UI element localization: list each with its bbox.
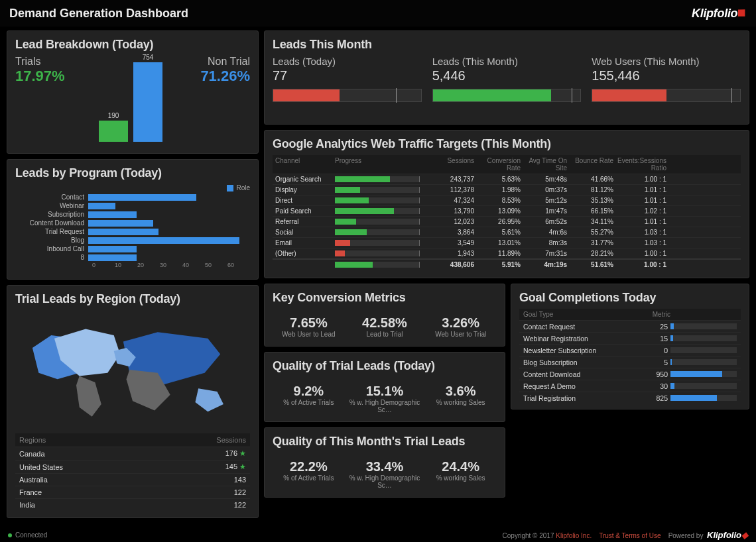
- footer-logo: Klipfolio◆: [707, 530, 748, 540]
- metric-item: 7.65%Web User to Lead: [273, 315, 345, 338]
- goal-row: Webinar Registration15: [519, 332, 741, 344]
- star-icon: ★: [239, 462, 246, 470]
- region-head: Regions: [19, 436, 46, 444]
- goal-row: Blog Subscription5: [519, 356, 741, 368]
- ga-row: Direct 47,3248.53%5m:12s35.13%1.01 : 1: [273, 195, 741, 205]
- progress-bar: [273, 89, 422, 102]
- metric-item: 33.4%% w. High Demographic Sc…: [349, 459, 421, 489]
- metric-item: 22.2%% of Active Trials: [273, 459, 345, 489]
- region-row[interactable]: Canada176★: [15, 447, 250, 460]
- lbp-row: Subscription: [15, 210, 250, 219]
- metric-item: 15.1%% w. High Demographic Sc…: [349, 384, 421, 413]
- connection-status: Connected: [8, 531, 47, 539]
- ltm-item: Leads (Today)77: [273, 56, 422, 102]
- panel-goal-completions: Goal Completions Today Goal TypeMetric C…: [511, 284, 749, 409]
- region-row[interactable]: France122: [15, 486, 250, 498]
- goal-row: Trial Registration825: [519, 392, 741, 404]
- panel-title: Leads by Program (Today): [15, 166, 250, 180]
- sessions-head: Sessions: [216, 436, 246, 444]
- star-icon: ★: [239, 449, 246, 457]
- panel-trial-region: Trial Leads by Region (Today) Regions: [7, 285, 259, 518]
- panel-quality-today: Quality of Trial Leads (Today) 9.2%% of …: [264, 352, 505, 422]
- region-row[interactable]: United States145★: [15, 460, 250, 473]
- metric-item: 42.58%Lead to Trial: [349, 315, 421, 338]
- panel-title: Quality of Trial Leads (Today): [273, 359, 497, 373]
- terms-link[interactable]: Trust & Terms of Use: [599, 532, 661, 539]
- nontrial-label: Non Trial: [184, 56, 250, 68]
- ga-row: (Other) 1,94311.89%7m:31s28.21%1.00 : 1: [273, 248, 741, 258]
- lead-breakdown-chart: 190 754: [96, 56, 169, 142]
- panel-ga-targets: Google Analytics Web Traffic Targets (Th…: [264, 130, 749, 278]
- goal-row: Request A Demo30: [519, 380, 741, 392]
- ltm-item: Web Users (This Month)155,446: [592, 56, 741, 102]
- metric-item: 9.2%% of Active Trials: [273, 384, 345, 413]
- panel-title: Quality of This Month's Trial Leads: [273, 435, 497, 449]
- ga-row: Email 3,54913.01%8m:3s31.77%1.03 : 1: [273, 237, 741, 248]
- trial-bar: [99, 121, 128, 142]
- panel-title: Trial Leads by Region (Today): [15, 292, 250, 306]
- ga-row: Referral 12,02326.95%6m:52s34.11%1.01 : …: [273, 216, 741, 227]
- ga-row: Organic Search 243,7375.63%5m:48s41.66%1…: [273, 174, 741, 184]
- trials-pct: 17.97%: [15, 68, 82, 85]
- goal-row: Contact Request25: [519, 320, 741, 332]
- progress-bar: [592, 89, 741, 102]
- panel-key-metrics: Key Conversion Metrics 7.65%Web User to …: [264, 284, 505, 347]
- lbp-row: Blog: [15, 236, 250, 244]
- lbp-row: 8: [15, 253, 250, 262]
- panel-title: Key Conversion Metrics: [273, 291, 497, 305]
- lbp-row: Inbound Call: [15, 244, 250, 253]
- panel-title: Leads This Month: [273, 38, 741, 52]
- panel-title: Goal Completions Today: [519, 291, 741, 305]
- ltm-item: Leads (This Month)5,446: [432, 56, 582, 102]
- panel-quality-month: Quality of This Month's Trial Leads 22.2…: [264, 427, 505, 498]
- ga-header: ChannelProgressSessions Conversion RateA…: [273, 155, 741, 174]
- dashboard-title: Demand Generation Dashboard: [9, 7, 188, 21]
- metric-item: 3.26%Web User to Trial: [424, 315, 497, 338]
- nontrial-bar: [133, 62, 162, 142]
- footer-bar: Connected Copyright © 2017 Klipfolio Inc…: [0, 527, 756, 542]
- company-link[interactable]: Klipfolio Inc.: [556, 532, 592, 539]
- metric-item: 24.4%% working Sales: [424, 459, 497, 489]
- goal-row: Content Download950: [519, 368, 741, 380]
- region-table: Regions Sessions Canada176★United States…: [15, 433, 250, 511]
- panel-leads-by-program: Leads by Program (Today) Role ContactWeb…: [7, 159, 259, 280]
- ga-total-row: 438,6065.91%4m:19s51.61%1.00 : 1: [273, 258, 741, 270]
- brand-logo: Klipfolio◆: [692, 6, 747, 21]
- lbp-legend: Role: [15, 184, 250, 191]
- lbp-row: Webinar: [15, 201, 250, 210]
- goal-row: Newsletter Subscription0: [519, 344, 741, 356]
- lbp-row: Contact: [15, 193, 250, 201]
- panel-title: Lead Breakdown (Today): [15, 38, 250, 52]
- ga-row: Paid Search 13,79013.09%1m:47s66.15%1.02…: [273, 205, 741, 216]
- region-row[interactable]: India122: [15, 498, 250, 511]
- nontrial-pct: 71.26%: [184, 68, 250, 85]
- world-map: [15, 310, 250, 429]
- panel-title: Google Analytics Web Traffic Targets (Th…: [273, 137, 741, 151]
- trials-label: Trials: [15, 56, 82, 68]
- panel-leads-this-month: Leads This Month Leads (Today)77 Leads (…: [264, 30, 749, 125]
- ga-row: Display 112,3781.98%0m:37s81.12%1.01 : 1: [273, 184, 741, 195]
- lbp-row: Content Download: [15, 219, 250, 227]
- top-bar: Demand Generation Dashboard Klipfolio◆: [0, 0, 756, 27]
- connected-icon: [8, 533, 12, 537]
- lbp-row: Trial Request: [15, 227, 250, 236]
- metric-item: 3.6%% working Sales: [424, 384, 497, 413]
- panel-lead-breakdown: Lead Breakdown (Today) Trials 17.97% 190…: [7, 30, 259, 154]
- ga-row: Social 3,8645.61%4m:6s55.27%1.03 : 1: [273, 227, 741, 237]
- goals-header: Goal TypeMetric: [519, 309, 741, 320]
- region-row[interactable]: Australia143: [15, 473, 250, 486]
- progress-bar: [432, 89, 582, 102]
